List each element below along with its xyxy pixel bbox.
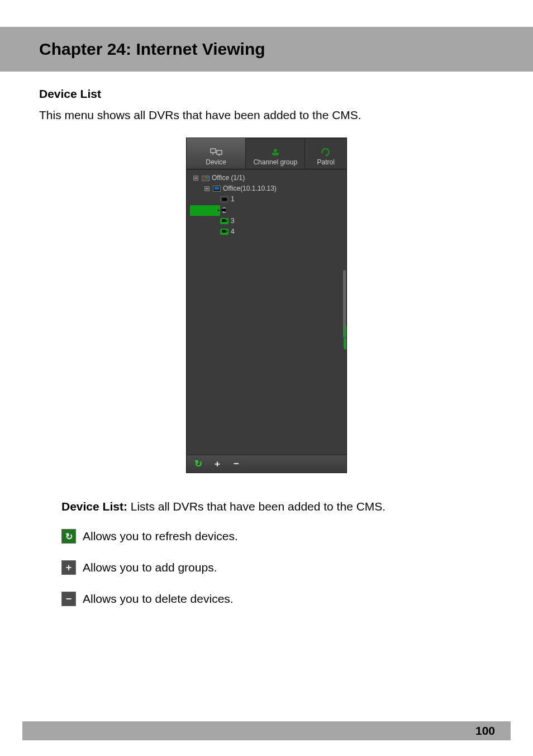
tree-channel-label: 1 [231,194,235,205]
chapter-header-bar: Chapter 24: Internet Viewing [0,27,533,72]
svg-point-4 [274,149,277,152]
svg-rect-0 [211,149,216,153]
tree-site-row[interactable]: Office (1/1) [190,173,344,183]
channel-group-icon [269,147,282,157]
collapse-icon[interactable] [204,186,210,191]
cms-device-panel: Device Channel group [186,138,347,473]
tree-channel-row[interactable]: 1 [190,194,344,205]
add-description: Allows you to add groups. [83,561,217,574]
tree-channel-row[interactable]: 2 [190,205,220,216]
device-list-text: Lists all DVRs that have been added to t… [127,500,386,513]
tree-dvr-row[interactable]: Office(10.1.10.13) [190,183,344,194]
camera-icon [220,196,229,202]
page-number: 100 [475,724,495,738]
camera-icon [220,229,229,235]
tree-channel-row[interactable]: 3 [190,216,344,226]
tree-site-label: Office (1/1) [212,173,245,183]
tab-channel-group-label: Channel group [253,158,297,166]
svg-rect-1 [217,150,222,154]
delete-description-row: − Allows you to delete devices. [61,592,483,606]
refresh-button[interactable]: ↻ [192,458,204,470]
device-list-label: Device List: [61,500,127,513]
tab-device-label: Device [206,158,226,166]
device-icon [210,147,222,157]
descriptions-block: Device List: Lists all DVRs that have be… [39,500,494,606]
page-top-margin [0,0,533,27]
panel-tabbar: Device Channel group [187,138,346,169]
tree-channel-label: 4 [231,226,235,237]
plus-icon: + [215,459,220,470]
minus-icon: − [61,592,76,606]
device-list-description: Device List: Lists all DVRs that have be… [61,500,483,513]
add-button[interactable]: + [211,458,223,470]
chapter-title: Chapter 24: Internet Viewing [39,40,265,59]
refresh-description-row: ↻ Allows you to refresh devices. [61,529,483,544]
section-intro: This menu shows all DVRs that have been … [39,108,494,122]
section-title: Device List [39,87,494,101]
patrol-icon [320,147,332,157]
collapse-icon[interactable] [193,176,198,181]
tree-channel-label: 3 [231,216,235,226]
panel-collapse-handle[interactable] [344,326,346,349]
dvr-icon [213,186,221,192]
tab-device[interactable]: Device [187,138,246,169]
device-tree: Office (1/1) Office(10.1.10.13) 1 2 [187,169,346,455]
site-icon [202,176,210,181]
tab-patrol[interactable]: Patrol [305,138,346,169]
svg-rect-5 [272,153,279,155]
camera-icon [220,218,229,224]
screenshot-container: Device Channel group [39,138,494,473]
tab-patrol-label: Patrol [317,158,335,166]
remove-button[interactable]: − [230,458,242,470]
tab-channel-group[interactable]: Channel group [246,138,305,169]
page-footer-bar: 100 [22,721,511,740]
refresh-description: Allows you to refresh devices. [83,530,238,543]
tree-channel-row[interactable]: 4 [190,226,344,237]
refresh-icon: ↻ [194,458,202,470]
plus-icon: + [61,560,76,575]
add-description-row: + Allows you to add groups. [61,560,483,575]
delete-description: Allows you to delete devices. [83,592,234,606]
panel-toolbar: ↻ + − [187,455,346,472]
refresh-icon: ↻ [61,529,76,544]
minus-icon: − [234,459,239,470]
tree-dvr-label: Office(10.1.10.13) [223,183,277,194]
